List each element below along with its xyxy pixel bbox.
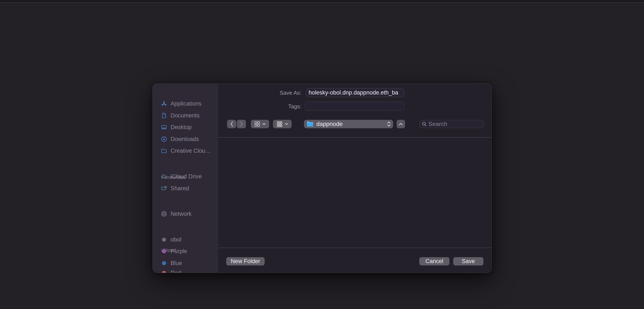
sidebar-item-label: Purple xyxy=(170,248,187,255)
new-folder-label: New Folder xyxy=(231,258,260,264)
sidebar-item-label: Network xyxy=(170,211,192,217)
sidebar-item-label: Shared xyxy=(170,185,189,192)
sidebar: Favourites Applications Documents xyxy=(153,84,218,273)
search-icon xyxy=(422,121,427,127)
forward-button[interactable] xyxy=(237,120,246,128)
chevron-left-icon xyxy=(230,121,234,127)
footer-separator xyxy=(218,248,492,248)
folder-icon xyxy=(161,148,167,154)
desktop-icon xyxy=(161,124,167,130)
chevron-up-icon xyxy=(399,123,403,125)
file-list-area[interactable] xyxy=(218,138,492,248)
save-label: Save xyxy=(462,258,475,264)
icon-view-button[interactable] xyxy=(251,120,269,128)
tags-label: Tags: xyxy=(268,103,302,110)
updown-stepper-icon xyxy=(387,121,390,127)
menu-bar xyxy=(0,0,644,3)
folder-icon xyxy=(306,121,314,127)
globe-icon xyxy=(161,211,167,217)
sidebar-item-label: Creative Clou… xyxy=(170,148,211,154)
sidebar-item-tag-purple[interactable]: Purple xyxy=(161,248,187,255)
sidebar-item-applications[interactable]: Applications xyxy=(161,100,202,107)
sidebar-item-label: Documents xyxy=(170,112,200,119)
search-field[interactable] xyxy=(420,120,484,128)
shared-folder-icon xyxy=(161,185,167,192)
tag-dot-icon xyxy=(161,248,167,254)
sidebar-item-shared[interactable]: Shared xyxy=(161,185,189,192)
tag-dot-icon xyxy=(161,260,167,266)
sidebar-item-desktop[interactable]: Desktop xyxy=(161,124,192,131)
sidebar-item-tag-obol[interactable]: obol xyxy=(161,236,182,243)
new-folder-button[interactable]: New Folder xyxy=(226,257,265,266)
sidebar-item-icloud-drive[interactable]: iCloud Drive xyxy=(161,173,202,180)
sidebar-item-tag-blue[interactable]: Blue xyxy=(161,260,182,267)
back-button[interactable] xyxy=(227,120,236,128)
folder-dropdown-label: dappnode xyxy=(316,121,385,128)
downloads-icon xyxy=(161,136,167,142)
sidebar-item-tag-red[interactable]: Red xyxy=(161,269,181,273)
sidebar-item-label: obol xyxy=(170,236,182,243)
sidebar-item-label: Applications xyxy=(170,100,202,107)
sidebar-item-label: Red xyxy=(170,270,181,273)
sidebar-item-creative-cloud[interactable]: Creative Clou… xyxy=(161,147,211,154)
cloud-icon xyxy=(161,173,167,180)
chevron-right-icon xyxy=(240,121,244,127)
cancel-label: Cancel xyxy=(426,258,443,264)
appstore-icon xyxy=(161,100,167,107)
save-dialog: Favourites Applications Documents xyxy=(152,84,492,273)
group-view-icon xyxy=(276,121,283,127)
grid-view-icon xyxy=(254,121,260,127)
sidebar-item-label: Blue xyxy=(170,260,182,266)
save-button[interactable]: Save xyxy=(453,257,484,266)
sidebar-item-label: Downloads xyxy=(170,136,199,142)
folder-dropdown[interactable]: dappnode xyxy=(304,120,393,128)
tag-dot-icon xyxy=(161,270,167,273)
sidebar-item-label: Desktop xyxy=(170,124,192,130)
filename-input[interactable] xyxy=(306,88,404,97)
sidebar-item-downloads[interactable]: Downloads xyxy=(161,136,199,143)
chevron-down-icon xyxy=(285,123,288,125)
sidebar-item-network[interactable]: Network xyxy=(161,210,192,218)
save-as-label: Save As: xyxy=(268,90,302,96)
sidebar-item-documents[interactable]: Documents xyxy=(161,112,200,119)
document-icon xyxy=(161,112,167,119)
parent-folder-button[interactable] xyxy=(396,120,405,128)
cancel-button[interactable]: Cancel xyxy=(419,257,450,266)
group-view-button[interactable] xyxy=(273,120,292,128)
tag-dot-icon xyxy=(161,236,167,243)
chevron-down-icon xyxy=(262,123,266,125)
search-input[interactable] xyxy=(428,121,481,128)
sidebar-item-label: iCloud Drive xyxy=(170,173,202,180)
tags-input[interactable] xyxy=(305,102,404,111)
